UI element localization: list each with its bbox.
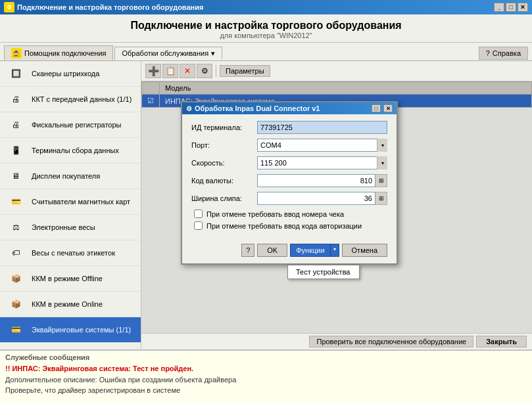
sidebar-item-rfid[interactable]: 📡 Считыватели RFID меток	[0, 343, 141, 349]
tab-wizard[interactable]: 🧙 Помощник подключения	[4, 45, 113, 60]
tab-maintenance-label: Обработки обслуживания	[122, 49, 208, 57]
params-button[interactable]: Параметры	[220, 65, 270, 77]
dialog-functions-button[interactable]: Функции	[290, 244, 329, 257]
checkbox2-input[interactable]	[194, 221, 203, 230]
tab-wizard-label: Помощник подключения	[24, 49, 106, 57]
status-bar: Проверить все подключенное оборудование …	[141, 333, 532, 349]
sidebar-item-scales[interactable]: ⚖ Электронные весы	[0, 215, 141, 240]
window-icon: ⚙	[4, 2, 14, 12]
port-label: Порт:	[191, 141, 257, 149]
sidebar-item-acquiring-label: Эквайринговые системы (1/1)	[32, 325, 131, 334]
sidebar-item-barcode[interactable]: 🔲 Сканеры штрихкода	[0, 61, 141, 87]
port-row: Порт: COM1 COM2 COM3 COM4 COM5	[191, 139, 387, 152]
wizard-icon: 🧙	[11, 48, 22, 58]
sidebar-item-terminal[interactable]: 📱 Терминалы сбора данных	[0, 138, 141, 164]
copy-button[interactable]: 📋	[162, 64, 178, 78]
fiscal-icon: 🖨	[5, 116, 26, 134]
settings-button[interactable]: ⚙	[197, 64, 212, 78]
app-title: Подключение и настройка торгового оборуд…	[3, 20, 529, 32]
sidebar-item-kkmon[interactable]: 📦 ККМ в режиме Online	[0, 292, 141, 317]
currency-calc-button[interactable]: ⊞	[375, 174, 387, 187]
display-icon: 🖥	[5, 167, 26, 185]
tab-dropdown-arrow: ▾	[211, 49, 215, 58]
message-line-0: !! ИНПАС: Эквайринговая система: Тест не…	[5, 363, 527, 374]
app-subtitle: для компьютера "WIN2012"	[3, 32, 529, 39]
dialog-overlay: ⚙ Обработка Inpas Dual Connector v1 □ ✕ …	[141, 81, 532, 333]
strip-width-label: Ширина слипа:	[191, 194, 257, 202]
currency-input[interactable]	[257, 174, 375, 187]
sidebar-item-display[interactable]: 🖥 Дисплеи покупателя	[0, 164, 141, 189]
messages-area: Служебные сообщения !! ИНПАС: Эквайринго…	[0, 349, 532, 402]
terminal-icon: 📱	[5, 141, 26, 160]
minimize-button[interactable]: _	[494, 3, 504, 12]
sidebar-item-magcard-label: Считыватели магнитных карт	[32, 197, 130, 206]
content-body: 🔲 Сканеры штрихкода 🖨 ККТ с передачей да…	[0, 61, 532, 349]
close-main-button[interactable]: Закрыть	[476, 336, 527, 347]
port-select[interactable]: COM1 COM2 COM3 COM4 COM5	[257, 139, 387, 152]
tab-maintenance[interactable]: Обработки обслуживания ▾	[114, 47, 222, 60]
dialog-functions-group: Функции ▾	[290, 244, 339, 257]
sidebar-item-kkmoff-label: ККМ в режиме Offline	[32, 274, 103, 283]
kkmoff-icon: 📦	[5, 269, 26, 288]
help-icon: ?	[486, 49, 490, 57]
message-line-1: Дополнительное описание: Ошибка при созд…	[5, 374, 527, 386]
kkt-icon: 🖨	[5, 90, 26, 108]
speed-row: Скорость: 9600 19200 38400 57600 115 200	[191, 156, 387, 169]
scales-icon: ⚖	[5, 218, 26, 236]
dialog-titlebar: ⚙ Обработка Inpas Dual Connector v1 □ ✕	[182, 102, 397, 114]
currency-row: Код валюты: ⊞	[191, 174, 387, 187]
sidebar-item-kkmoff[interactable]: 📦 ККМ в режиме Offline	[0, 266, 141, 292]
sidebar-item-fiscal[interactable]: 🖨 Фискальные регистраторы	[0, 112, 141, 138]
delete-button[interactable]: ✕	[180, 64, 195, 78]
currency-label: Код валюты:	[191, 177, 257, 185]
dialog-functions-arrow[interactable]: ▾	[330, 244, 339, 257]
dialog-icon: ⚙	[186, 105, 192, 112]
dialog-close-button[interactable]: ✕	[383, 104, 393, 112]
currency-input-group: ⊞	[257, 174, 387, 187]
kkmon-icon: 📦	[5, 295, 26, 313]
close-button[interactable]: ✕	[518, 3, 528, 12]
main-panel: ➕ 📋 ✕ ⚙ Параметры Модель	[141, 61, 532, 349]
panel-toolbar: ➕ 📋 ✕ ⚙ Параметры	[141, 61, 532, 81]
terminal-id-row: ИД терминала:	[191, 121, 387, 134]
main-window: Подключение и настройка торгового оборуд…	[0, 14, 532, 402]
barcode-icon: 🔲	[5, 64, 26, 83]
dialog-ok-button[interactable]: OK	[257, 244, 287, 257]
acquiring-icon: 💳	[5, 321, 26, 339]
strip-width-input[interactable]	[257, 192, 375, 205]
sidebar-item-terminal-label: Терминалы сбора данных	[32, 146, 119, 155]
help-button[interactable]: ? Справка	[479, 47, 528, 60]
label-icon: 🏷	[5, 244, 26, 262]
messages-title: Служебные сообщения	[5, 353, 527, 361]
terminal-id-label: ИД терминала:	[191, 123, 257, 131]
sidebar-item-scales-label: Электронные весы	[32, 223, 95, 232]
speed-select[interactable]: 9600 19200 38400 57600 115 200	[257, 156, 387, 169]
sidebar-item-fiscal-label: Фискальные регистраторы	[32, 120, 121, 129]
toolbar-separator	[216, 65, 216, 77]
port-select-wrapper: COM1 COM2 COM3 COM4 COM5 ▾	[257, 139, 387, 152]
checkbox1-input[interactable]	[194, 210, 203, 218]
dropdown-item-test[interactable]: Тест устройства	[288, 265, 359, 279]
sidebar-item-magcard[interactable]: 💳 Считыватели магнитных карт	[0, 189, 141, 215]
checkbox2-label: При отмене требовать ввод кода авторизац…	[206, 222, 362, 230]
sidebar-item-kkt[interactable]: 🖨 ККТ с передачей данных (1/1)	[0, 87, 141, 112]
maximize-button[interactable]: □	[506, 3, 516, 12]
dialog-help-button[interactable]: ?	[241, 244, 254, 257]
dialog-body: ИД терминала: Порт: COM1 COM2	[182, 114, 397, 240]
dropdown-menu: Тест устройства	[287, 265, 360, 279]
app-header: Подключение и настройка торгового оборуд…	[0, 14, 532, 43]
window-titlebar: ⚙ Подключение и настройка торгового обор…	[0, 0, 532, 14]
sidebar-item-acquiring[interactable]: 💳 Эквайринговые системы (1/1)	[0, 317, 141, 343]
sidebar-item-label[interactable]: 🏷 Весы с печатью этикеток	[0, 240, 141, 266]
dialog-cancel-button[interactable]: Отмена	[342, 244, 387, 257]
magcard-icon: 💳	[5, 192, 26, 211]
dialog-minimize-button[interactable]: □	[372, 104, 381, 112]
terminal-id-input[interactable]	[257, 121, 387, 134]
sidebar-item-kkmon-label: ККМ в режиме Online	[32, 300, 103, 309]
check-all-button[interactable]: Проверить все подключенное оборудование	[309, 336, 473, 347]
toolbar-tabs: 🧙 Помощник подключения Обработки обслужи…	[0, 43, 532, 61]
panel-scroll-area: Модель ☑ ИНПАС: Эквайринговая система	[141, 81, 532, 333]
add-button[interactable]: ➕	[145, 64, 161, 78]
sidebar-item-kkt-label: ККТ с передачей данных (1/1)	[32, 95, 132, 104]
strip-width-calc-button[interactable]: ⊞	[375, 192, 387, 205]
